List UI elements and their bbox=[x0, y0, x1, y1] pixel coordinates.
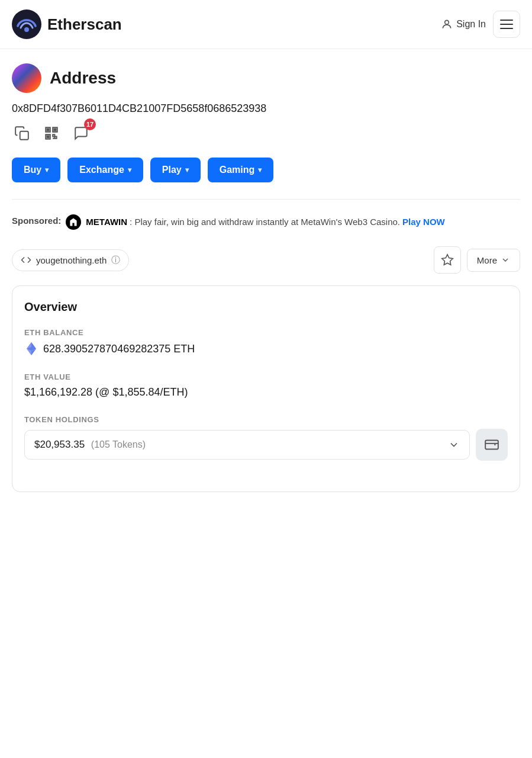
buy-button[interactable]: Buy ▾ bbox=[12, 158, 60, 182]
sponsored-label: Sponsored: bbox=[12, 214, 61, 228]
section-divider bbox=[12, 199, 520, 200]
comment-button-wrapper: 17 bbox=[71, 123, 91, 143]
token-holdings-row: $20,953.35 (105 Tokens) bbox=[24, 429, 508, 461]
eth-balance-label: ETH BALANCE bbox=[24, 328, 508, 337]
eth-balance-section: ETH BALANCE 628.390527870469282375 ETH bbox=[24, 328, 508, 356]
token-dollar-value: $20,953.35 bbox=[34, 439, 85, 450]
gaming-chevron-icon: ▾ bbox=[258, 166, 262, 174]
wallet-icon bbox=[484, 437, 499, 452]
overview-card: Overview ETH BALANCE 628.390527870469282… bbox=[12, 285, 520, 492]
more-button[interactable]: More bbox=[467, 249, 520, 272]
ens-info-icon: ⓘ bbox=[111, 255, 120, 266]
sign-in-label: Sign In bbox=[456, 19, 486, 30]
sponsored-text: : Play fair, win big and withdraw instan… bbox=[130, 215, 400, 229]
address-header: Address bbox=[12, 63, 520, 93]
exchange-chevron-icon: ▾ bbox=[128, 166, 131, 174]
logo-text: Etherscan bbox=[47, 15, 122, 34]
more-chevron-icon bbox=[501, 255, 510, 265]
header-right: Sign In bbox=[441, 11, 520, 38]
exchange-button[interactable]: Exchange ▾ bbox=[67, 158, 143, 182]
etherscan-logo-icon bbox=[12, 9, 41, 39]
code-icon bbox=[21, 255, 31, 265]
svg-point-0 bbox=[12, 9, 41, 39]
svg-point-1 bbox=[24, 27, 29, 32]
logo-link[interactable]: Etherscan bbox=[12, 9, 122, 39]
svg-point-2 bbox=[445, 20, 449, 24]
token-holdings-section: TOKEN HOLDINGS $20,953.35 (105 Tokens) bbox=[24, 415, 508, 461]
svg-rect-3 bbox=[20, 131, 28, 140]
play-now-link[interactable]: Play NOW bbox=[402, 215, 445, 229]
qr-code-button[interactable] bbox=[41, 123, 62, 143]
star-icon bbox=[441, 253, 454, 266]
eth-diamond-icon bbox=[24, 342, 38, 356]
token-count: (105 Tokens) bbox=[91, 439, 146, 449]
site-header: Etherscan Sign In bbox=[0, 0, 532, 49]
svg-rect-7 bbox=[47, 129, 49, 130]
wallet-button[interactable] bbox=[476, 429, 508, 461]
buy-label: Buy bbox=[24, 165, 41, 175]
name-row: yougetnothing.eth ⓘ More bbox=[12, 246, 520, 274]
token-value: $20,953.35 (105 Tokens) bbox=[34, 439, 146, 451]
sponsored-content: METAWIN : Play fair, win big and withdra… bbox=[66, 214, 444, 230]
more-label: More bbox=[477, 255, 497, 265]
eth-balance-value: 628.390527870469282375 ETH bbox=[43, 343, 195, 355]
favorite-button[interactable] bbox=[434, 246, 461, 274]
qr-icon bbox=[44, 126, 59, 141]
address-avatar bbox=[12, 63, 41, 93]
page-title: Address bbox=[50, 69, 116, 88]
main-content: Address 0x8DFD4f307B6011D4CB21007FD5658f… bbox=[0, 49, 532, 506]
svg-rect-16 bbox=[485, 440, 498, 449]
address-string: 0x8DFD4f307B6011D4CB21007FD5658f06865239… bbox=[12, 102, 520, 115]
person-icon bbox=[441, 18, 453, 30]
ens-badge[interactable]: yougetnothing.eth ⓘ bbox=[12, 249, 129, 271]
sign-in-button[interactable]: Sign In bbox=[441, 18, 486, 30]
token-holdings-label: TOKEN HOLDINGS bbox=[24, 415, 508, 424]
copy-address-button[interactable] bbox=[12, 123, 32, 143]
eth-value-label: ETH VALUE bbox=[24, 372, 508, 381]
menu-bar-3 bbox=[500, 28, 513, 29]
eth-value: $1,166,192.28 (@ $1,855.84/ETH) bbox=[24, 386, 508, 399]
token-dropdown-chevron-icon bbox=[448, 439, 460, 451]
buy-chevron-icon: ▾ bbox=[45, 166, 49, 174]
play-button[interactable]: Play ▾ bbox=[150, 158, 201, 182]
play-label: Play bbox=[162, 165, 182, 175]
gaming-label: Gaming bbox=[220, 165, 255, 175]
menu-bar-2 bbox=[500, 24, 513, 25]
copy-icon bbox=[14, 126, 30, 141]
svg-rect-9 bbox=[47, 136, 49, 137]
hamburger-menu-button[interactable] bbox=[493, 11, 520, 38]
eth-balance-row: 628.390527870469282375 ETH bbox=[24, 342, 508, 356]
token-dropdown[interactable]: $20,953.35 (105 Tokens) bbox=[24, 430, 470, 460]
comment-badge: 17 bbox=[84, 118, 96, 130]
svg-marker-10 bbox=[442, 255, 453, 265]
svg-rect-8 bbox=[54, 129, 56, 130]
play-chevron-icon: ▾ bbox=[185, 166, 189, 174]
sponsored-brand: METAWIN bbox=[86, 215, 127, 229]
menu-bar-1 bbox=[500, 20, 513, 21]
quick-actions: Buy ▾ Exchange ▾ Play ▾ Gaming ▾ bbox=[12, 158, 520, 182]
address-actions: 17 bbox=[12, 123, 520, 143]
overview-title: Overview bbox=[24, 300, 508, 314]
gaming-button[interactable]: Gaming ▾ bbox=[208, 158, 274, 182]
metawin-logo-icon bbox=[66, 214, 81, 230]
eth-value-section: ETH VALUE $1,166,192.28 (@ $1,855.84/ETH… bbox=[24, 372, 508, 399]
sponsored-section: Sponsored: METAWIN : Play fair, win big … bbox=[12, 214, 520, 230]
name-row-right: More bbox=[434, 246, 520, 274]
exchange-label: Exchange bbox=[79, 165, 124, 175]
ens-name: yougetnothing.eth bbox=[36, 255, 107, 265]
